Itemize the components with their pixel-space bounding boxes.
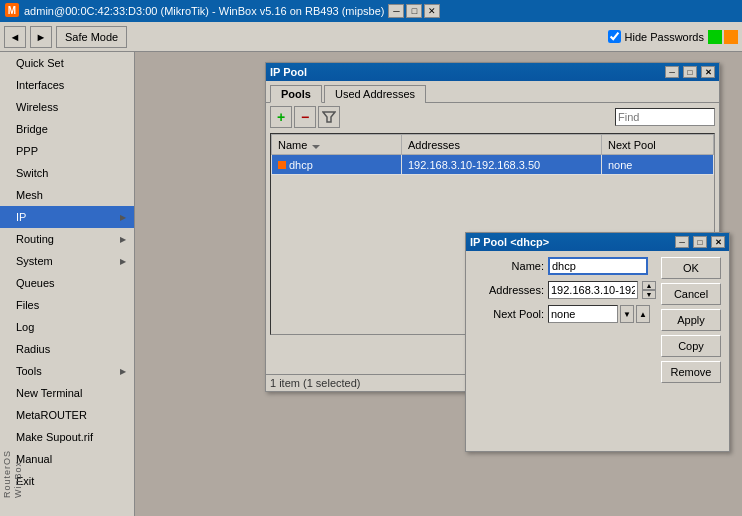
col-next-pool[interactable]: Next Pool — [602, 135, 714, 155]
ip-pool-maximize[interactable]: □ — [683, 66, 697, 78]
tab-pools[interactable]: Pools — [270, 85, 322, 103]
sidebar-item-quickset[interactable]: Quick Set — [0, 52, 134, 74]
minimize-button[interactable]: ─ — [388, 4, 404, 18]
detail-maximize[interactable]: □ — [693, 236, 707, 248]
hide-passwords-checkbox[interactable] — [608, 30, 621, 43]
next-pool-input[interactable] — [548, 305, 618, 323]
svg-text:M: M — [8, 5, 16, 16]
col-name[interactable]: Name — [272, 135, 402, 155]
routeros-label: RouterOS — [2, 450, 12, 498]
next-pool-dropdown-button[interactable]: ▼ — [620, 305, 634, 323]
ip-pool-detail-window: IP Pool <dhcp> ─ □ ✕ Name: Addresses: — [465, 232, 730, 452]
tab-used-addresses[interactable]: Used Addresses — [324, 85, 426, 103]
sidebar-item-queues[interactable]: Queues — [0, 272, 134, 294]
sidebar-item-ip[interactable]: IP ▶ — [0, 206, 134, 228]
sidebar-arrow-icon: ▶ — [120, 367, 126, 376]
ok-button[interactable]: OK — [661, 257, 721, 279]
status-lights — [708, 30, 738, 44]
sidebar-item-label: Bridge — [16, 123, 48, 135]
ip-pool-title: IP Pool — [270, 66, 661, 78]
sidebar-item-label: Quick Set — [16, 57, 64, 69]
sidebar-item-new-terminal[interactable]: New Terminal — [0, 382, 134, 404]
sidebar-item-log[interactable]: Log — [0, 316, 134, 338]
sidebar-item-switch[interactable]: Switch — [0, 162, 134, 184]
find-input[interactable] — [615, 108, 715, 126]
detail-content: Name: Addresses: ▲ ▼ Next Po — [466, 251, 729, 335]
addresses-input[interactable] — [548, 281, 638, 299]
content-area: IP Pool ─ □ ✕ Pools Used Addresses + − — [135, 52, 742, 516]
dhcp-status-icon — [278, 161, 286, 169]
add-button[interactable]: + — [270, 106, 292, 128]
sidebar-item-label: Routing — [16, 233, 54, 245]
detail-minimize[interactable]: ─ — [675, 236, 689, 248]
sidebar-item-label: Switch — [16, 167, 48, 179]
title-text: admin@00:0C:42:33:D3:00 (MikroTik) - Win… — [24, 5, 384, 17]
sidebar-item-bridge[interactable]: Bridge — [0, 118, 134, 140]
addr-up-button[interactable]: ▲ — [642, 281, 656, 290]
orange-light — [724, 30, 738, 44]
ip-pool-minimize[interactable]: ─ — [665, 66, 679, 78]
sidebar-item-label: Files — [16, 299, 39, 311]
cancel-button[interactable]: Cancel — [661, 283, 721, 305]
sidebar-item-wireless[interactable]: Wireless — [0, 96, 134, 118]
detail-close[interactable]: ✕ — [711, 236, 725, 248]
ip-pool-close[interactable]: ✕ — [701, 66, 715, 78]
sidebar-item-files[interactable]: Files — [0, 294, 134, 316]
sidebar-item-tools[interactable]: Tools ▶ — [0, 360, 134, 382]
sidebar-arrow-icon: ▶ — [120, 213, 126, 222]
svg-marker-2 — [323, 112, 335, 122]
sidebar-item-routing[interactable]: Routing ▶ — [0, 228, 134, 250]
sidebar: Quick Set Interfaces Wireless Bridge PPP… — [0, 52, 135, 516]
copy-button[interactable]: Copy — [661, 335, 721, 357]
pool-next-pool-cell: none — [602, 155, 714, 175]
sort-arrow-icon — [312, 145, 320, 149]
sidebar-item-radius[interactable]: Radius — [0, 338, 134, 360]
winbox-label: WinBox — [13, 450, 23, 498]
sidebar-item-label: Tools — [16, 365, 42, 377]
hide-passwords-label: Hide Passwords — [625, 31, 704, 43]
next-pool-up-button[interactable]: ▲ — [636, 305, 650, 323]
addresses-label: Addresses: — [474, 284, 544, 296]
forward-button[interactable]: ► — [30, 26, 52, 48]
sidebar-item-metarouter[interactable]: MetaROUTER — [0, 404, 134, 426]
safe-mode-button[interactable]: Safe Mode — [56, 26, 127, 48]
window-controls: ─ □ ✕ — [388, 4, 440, 18]
sidebar-item-label: System — [16, 255, 53, 267]
sidebar-item-label: PPP — [16, 145, 38, 157]
back-button[interactable]: ◄ — [4, 26, 26, 48]
ip-pool-titlebar: IP Pool ─ □ ✕ — [266, 63, 719, 81]
name-input[interactable] — [548, 257, 648, 275]
sidebar-item-label: IP — [16, 211, 26, 223]
sidebar-item-label: Queues — [16, 277, 55, 289]
ip-pool-tab-bar: Pools Used Addresses — [266, 81, 719, 103]
sidebar-item-interfaces[interactable]: Interfaces — [0, 74, 134, 96]
action-buttons: OK Cancel Apply Copy Remove — [661, 257, 721, 383]
green-light — [708, 30, 722, 44]
sidebar-item-mesh[interactable]: Mesh — [0, 184, 134, 206]
pool-table: Name Addresses Next Pool — [271, 134, 714, 175]
sidebar-item-label: Wireless — [16, 101, 58, 113]
close-button[interactable]: ✕ — [424, 4, 440, 18]
pool-addresses-cell: 192.168.3.10-192.168.3.50 — [402, 155, 602, 175]
filter-button[interactable] — [318, 106, 340, 128]
sidebar-item-label: Interfaces — [16, 79, 64, 91]
apply-button[interactable]: Apply — [661, 309, 721, 331]
remove-button[interactable]: − — [294, 106, 316, 128]
main-toolbar: ◄ ► Safe Mode Hide Passwords — [0, 22, 742, 52]
ip-pool-detail-titlebar: IP Pool <dhcp> ─ □ ✕ — [466, 233, 729, 251]
hide-passwords-container: Hide Passwords — [608, 30, 738, 44]
remove-button[interactable]: Remove — [661, 361, 721, 383]
sidebar-item-make-supout[interactable]: Make Supout.rif — [0, 426, 134, 448]
main-layout: Quick Set Interfaces Wireless Bridge PPP… — [0, 52, 742, 516]
sidebar-item-label: Radius — [16, 343, 50, 355]
name-label: Name: — [474, 260, 544, 272]
table-row[interactable]: dhcp 192.168.3.10-192.168.3.50 none — [272, 155, 714, 175]
app-icon: M — [4, 2, 20, 20]
sidebar-item-ppp[interactable]: PPP — [0, 140, 134, 162]
sidebar-item-label: Mesh — [16, 189, 43, 201]
sidebar-item-system[interactable]: System ▶ — [0, 250, 134, 272]
addr-down-button[interactable]: ▼ — [642, 290, 656, 299]
col-addresses[interactable]: Addresses — [402, 135, 602, 155]
sidebar-arrow-icon: ▶ — [120, 257, 126, 266]
maximize-button[interactable]: □ — [406, 4, 422, 18]
